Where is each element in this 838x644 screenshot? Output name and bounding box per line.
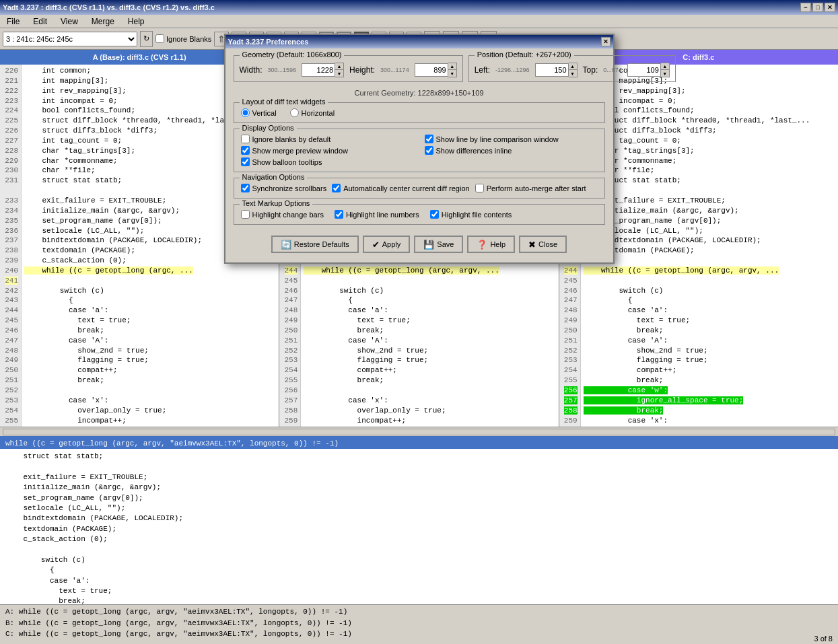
position-inputs: Left: -1296...1296 ▲ ▼ Top: bbox=[475, 63, 670, 77]
restore-defaults-label: Restore Defaults bbox=[294, 240, 349, 248]
top-spinner: ▲ ▼ bbox=[627, 63, 670, 77]
display-option-2: Show merge preview window bbox=[241, 146, 414, 155]
ignore-blanks-default-cb[interactable] bbox=[241, 135, 250, 143]
left-label: Left: bbox=[475, 65, 490, 75]
width-range: 300...1596 bbox=[268, 67, 297, 73]
restore-icon: 🔄 bbox=[281, 240, 291, 250]
height-label: Height: bbox=[349, 65, 375, 75]
close-label: Close bbox=[538, 240, 557, 248]
display-option-4: Show balloon tooltips bbox=[241, 157, 414, 166]
nav-option-2: Perform auto-merge after start bbox=[475, 184, 586, 192]
left-input[interactable] bbox=[535, 63, 569, 77]
show-line-comparison-cb[interactable] bbox=[425, 135, 433, 143]
horizontal-label: Horizontal bbox=[302, 109, 335, 117]
left-spinner: ▲ ▼ bbox=[535, 63, 578, 77]
width-spinner: ▲ ▼ bbox=[302, 63, 344, 77]
layout-section-title: Layout of diff text widgets bbox=[240, 98, 328, 106]
apply-label: Apply bbox=[382, 240, 401, 248]
width-spinner-buttons: ▲ ▼ bbox=[335, 63, 344, 77]
show-differences-inline-cb[interactable] bbox=[425, 146, 433, 155]
save-button[interactable]: 💾 Save bbox=[414, 236, 463, 253]
close-icon: ✖ bbox=[528, 240, 536, 250]
markup-option-2: Highlight file contents bbox=[430, 210, 512, 219]
top-range: 0...874 bbox=[603, 67, 622, 73]
highlight-line-numbers-cb[interactable] bbox=[335, 210, 343, 219]
layout-radio-group: Vertical Horizontal bbox=[241, 108, 598, 117]
display-option-1: Show line by line comparison window bbox=[425, 135, 598, 143]
width-label: Width: bbox=[240, 65, 263, 75]
vertical-radio-label: Vertical bbox=[241, 108, 277, 117]
geometry-inputs: Width: 300...1596 ▲ ▼ Height: bbox=[240, 63, 457, 77]
position-section: Position (Default: +267+200) Left: -1296… bbox=[468, 55, 676, 82]
apply-button[interactable]: ✔ Apply bbox=[363, 236, 411, 253]
text-markup-section: Text Markup Options Highlight change bar… bbox=[234, 204, 605, 225]
restore-defaults-button[interactable]: 🔄 Restore Defaults bbox=[271, 236, 359, 253]
auto-merge-cb[interactable] bbox=[475, 184, 484, 192]
width-up-button[interactable]: ▲ bbox=[335, 63, 343, 70]
display-options-section: Display Options Ignore blanks by default… bbox=[234, 129, 605, 172]
layout-section: Layout of diff text widgets Vertical Hor… bbox=[234, 102, 605, 123]
save-icon: 💾 bbox=[423, 240, 434, 250]
markup-option-0: Highlight change bars bbox=[241, 210, 324, 219]
left-up-button[interactable]: ▲ bbox=[569, 63, 577, 70]
geometry-section: Geometry (Default: 1066x800) Width: 300.… bbox=[234, 55, 463, 82]
preferences-dialog: Yadt 3.237 Preferences ✕ Geometry (Defau… bbox=[224, 34, 615, 264]
height-range: 300...1174 bbox=[380, 67, 409, 73]
top-spinner-buttons: ▲ ▼ bbox=[661, 63, 670, 77]
display-section-title: Display Options bbox=[240, 124, 297, 132]
dialog-body: Geometry (Default: 1066x800) Width: 300.… bbox=[225, 48, 613, 262]
height-spinner: ▲ ▼ bbox=[415, 63, 457, 77]
dialog-title: Yadt 3.237 Preferences bbox=[228, 38, 309, 46]
current-geometry: Current Geometry: 1228x899+150+109 bbox=[234, 87, 605, 98]
nav-option-1: Automatically center current diff region bbox=[332, 184, 470, 192]
dialog-title-bar: Yadt 3.237 Preferences ✕ bbox=[225, 35, 613, 48]
highlight-file-contents-cb[interactable] bbox=[430, 210, 439, 219]
apply-icon: ✔ bbox=[372, 240, 380, 250]
dialog-close-x-button[interactable]: ✕ bbox=[601, 37, 610, 46]
left-spinner-buttons: ▲ ▼ bbox=[569, 63, 578, 77]
geometry-section-title: Geometry (Default: 1066x800) bbox=[240, 50, 345, 59]
vertical-radio[interactable] bbox=[241, 108, 250, 117]
text-markup-options-row: Highlight change bars Highlight line num… bbox=[241, 210, 598, 219]
height-up-button[interactable]: ▲ bbox=[448, 63, 456, 70]
top-input[interactable] bbox=[627, 63, 661, 77]
show-balloon-tooltips-cb[interactable] bbox=[241, 157, 250, 166]
close-button[interactable]: ✖ Close bbox=[519, 236, 567, 253]
dialog-overlay: Yadt 3.237 Preferences ✕ Geometry (Defau… bbox=[0, 0, 838, 644]
height-down-button[interactable]: ▼ bbox=[448, 70, 456, 77]
help-button[interactable]: ❓ Help bbox=[467, 236, 515, 253]
navigation-options-section: Navigation Options Synchronize scrollbar… bbox=[234, 178, 605, 199]
synchronize-scrollbars-cb[interactable] bbox=[241, 184, 250, 192]
geometry-position-row: Geometry (Default: 1066x800) Width: 300.… bbox=[234, 55, 605, 82]
navigation-section-title: Navigation Options bbox=[240, 173, 308, 181]
text-markup-section-title: Text Markup Options bbox=[240, 199, 313, 207]
highlight-change-bars-cb[interactable] bbox=[241, 210, 250, 219]
save-label: Save bbox=[437, 240, 454, 248]
show-merge-preview-cb[interactable] bbox=[241, 146, 250, 155]
navigation-options-row: Synchronize scrollbars Automatically cen… bbox=[241, 184, 598, 192]
vertical-label: Vertical bbox=[252, 109, 277, 117]
height-input[interactable] bbox=[415, 63, 448, 77]
height-spinner-buttons: ▲ ▼ bbox=[448, 63, 457, 77]
top-label: Top: bbox=[583, 65, 598, 75]
display-options-grid: Ignore blanks by default Show line by li… bbox=[241, 135, 598, 166]
display-option-0: Ignore blanks by default bbox=[241, 135, 414, 143]
horizontal-radio-label: Horizontal bbox=[290, 108, 335, 117]
top-down-button[interactable]: ▼ bbox=[661, 70, 669, 77]
help-icon: ❓ bbox=[477, 240, 487, 250]
help-label: Help bbox=[490, 240, 505, 248]
markup-option-1: Highlight line numbers bbox=[335, 210, 419, 219]
nav-option-0: Synchronize scrollbars bbox=[241, 184, 327, 192]
width-down-button[interactable]: ▼ bbox=[335, 70, 343, 77]
left-down-button[interactable]: ▼ bbox=[569, 70, 577, 77]
auto-center-cb[interactable] bbox=[332, 184, 341, 192]
horizontal-radio[interactable] bbox=[290, 108, 299, 117]
left-range: -1296...1296 bbox=[495, 67, 530, 73]
width-input[interactable] bbox=[302, 63, 335, 77]
position-section-title: Position (Default: +267+200) bbox=[475, 50, 574, 59]
display-option-3: Show differences inline bbox=[425, 146, 598, 155]
dialog-buttons: 🔄 Restore Defaults ✔ Apply 💾 Save ❓ Help… bbox=[234, 230, 605, 256]
top-up-button[interactable]: ▲ bbox=[661, 63, 669, 70]
